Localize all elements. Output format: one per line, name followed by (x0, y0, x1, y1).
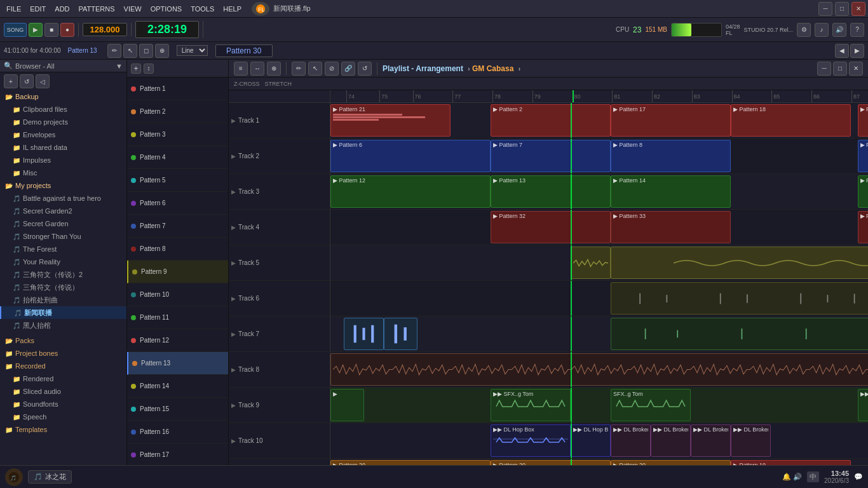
pattern-item-2[interactable]: Pattern 2 (127, 100, 228, 123)
track-name-1[interactable]: ▶ Track 1 (229, 103, 330, 139)
taskbar-fl-app[interactable]: 🎵 冰之花 (28, 470, 72, 484)
pattern-wave-t6[interactable] (611, 282, 868, 315)
pattern-name-display[interactable]: Pattern 30 (215, 44, 273, 57)
playlist-max[interactable]: □ (833, 62, 847, 76)
sidebar-item-demo[interactable]: 📁 Demo projects (0, 116, 126, 128)
menu-view[interactable]: VIEW (120, 4, 146, 14)
playlist-snap[interactable]: ⊘ (325, 62, 339, 76)
erase-tool[interactable]: ◻ (139, 44, 153, 58)
expand-button[interactable]: ▶ (850, 44, 864, 58)
pattern-20-t11-1[interactable]: ▶ Pattern 20 (330, 460, 491, 465)
pattern-item-6[interactable]: Pattern 6 (127, 192, 228, 215)
menu-tools[interactable]: TOOLS (187, 4, 218, 14)
pattern-block-p33-t4[interactable]: ▶ Pattern 33 (611, 211, 731, 243)
pattern-item-11[interactable]: Pattern 11 (127, 306, 228, 329)
pattern-block-p12-t3[interactable]: ▶ Pattern 12 (330, 175, 491, 208)
sort-patterns-button[interactable]: ↕ (144, 64, 154, 74)
pattern-wave-t7-long[interactable] (611, 318, 868, 350)
notification-icon[interactable]: 💬 (854, 473, 863, 481)
minimize-button[interactable]: ─ (818, 2, 832, 16)
sidebar-item-secret-garden2[interactable]: 🎵 Secret Garden2 (0, 205, 126, 217)
zoom-tool[interactable]: ⊕ (155, 44, 169, 58)
audio-button[interactable]: 🔊 (832, 23, 846, 37)
track-name-9[interactable]: ▶ Track 9 (229, 388, 330, 423)
settings-button[interactable]: ⚙ (797, 23, 811, 37)
pattern-item-7[interactable]: Pattern 7 (127, 215, 228, 238)
pattern-block-21[interactable]: ▶ Pattern 21 (330, 104, 451, 137)
sidebar-item-project-bones[interactable]: 📁 Project bones (0, 347, 126, 360)
pattern-scroll[interactable]: Pattern 1 Pattern 2 Pattern 3 Pattern 4 … (127, 78, 228, 465)
pattern-19-t11[interactable]: ▶ Pattern 19 (731, 460, 851, 465)
sidebar-item-forest[interactable]: 🎵 The Forest (0, 243, 126, 255)
pattern-item-15[interactable]: Pattern 15 (127, 398, 228, 421)
collapse-button[interactable]: ◀ (835, 44, 849, 58)
menu-help[interactable]: HELP (219, 4, 245, 14)
menu-edit[interactable]: EDIT (26, 4, 50, 14)
draw-tool[interactable]: ✏ (107, 44, 121, 58)
sidebar-item-impulses[interactable]: 📁 Impulses (0, 154, 126, 166)
track-name-3[interactable]: ▶ Track 3 (229, 174, 330, 210)
pattern-dl-broken-1[interactable]: ▶▶ DL Broken (611, 424, 651, 457)
pattern-block-p35-t2[interactable]: ▶ Pattern 35 (858, 140, 869, 172)
close-button[interactable]: ✕ (851, 2, 865, 16)
bpm-display[interactable]: 128.000 (83, 23, 127, 36)
sidebar-item-your-reality[interactable]: 🎵 Your Reality (0, 255, 126, 268)
record-button[interactable]: ● (60, 23, 74, 37)
start-button[interactable]: 🎵 (5, 468, 23, 486)
pattern-item-4[interactable]: Pattern 4 (127, 146, 228, 169)
sidebar-item-backup[interactable]: 📂 Backup (0, 90, 126, 103)
playlist-tool-3[interactable]: ⊕ (267, 62, 281, 76)
pattern-wave-long-t5[interactable]: ▶ Pattern 39 (611, 247, 868, 279)
pattern-dl-broken-4[interactable]: ▶▶ DL Broken (731, 424, 771, 457)
song-mode-button[interactable]: SONG (4, 23, 27, 37)
track-name-8[interactable]: ▶ Track 8 (229, 352, 330, 388)
pattern-block-2-t1[interactable]: ▶ Pattern 2 (491, 104, 611, 137)
playlist-select[interactable]: ↖ (308, 62, 322, 76)
select-tool[interactable]: ↖ (123, 44, 137, 58)
track-name-7[interactable]: ▶ Track 7 (229, 316, 330, 352)
sidebar-item-triangle2[interactable]: 🎵 三角符文（传说）2 (0, 268, 126, 281)
track-name-2[interactable]: ▶ Track 2 (229, 139, 330, 174)
pattern-item-10[interactable]: Pattern 10 (127, 283, 228, 306)
pattern-item-9[interactable]: Pattern 9 (127, 261, 228, 283)
pattern-block-p14-t3[interactable]: ▶ Pattern 14 (611, 175, 731, 208)
sidebar-item-soundfonts[interactable]: 📁 Soundfonts (0, 398, 126, 410)
pattern-block-17-t1[interactable]: ▶ Pattern 17 (611, 104, 731, 137)
sidebar-item-il-shared[interactable]: 📁 IL shared data (0, 141, 126, 154)
pattern-block-p36-t4[interactable]: ▶ Pattern 36 (858, 211, 869, 243)
pattern-t7-2[interactable] (384, 318, 417, 350)
pattern-20-t11-2[interactable]: ▶ Pattern 20 (491, 460, 611, 465)
pattern-item-3[interactable]: Pattern 3 (127, 123, 228, 146)
menu-patterns[interactable]: PATTERNS (75, 4, 119, 14)
snap-select[interactable]: Line Cell Beat Bar (177, 45, 208, 56)
playlist-loop[interactable]: ↺ (358, 62, 372, 76)
ime-indicator[interactable]: 中 (807, 471, 819, 482)
menu-add[interactable]: ADD (51, 4, 73, 14)
sidebar-item-envelopes[interactable]: 📁 Envelopes (0, 128, 126, 141)
track-name-11[interactable]: ▶ Track 11 (229, 459, 330, 465)
pattern-block-p8-t2[interactable]: ▶ Pattern 8 (611, 140, 731, 172)
sidebar-item-stronger[interactable]: 🎵 Stronger Than You (0, 230, 126, 243)
sidebar-item-recorded[interactable]: 📁 Recorded (0, 360, 126, 372)
pattern-dl-broken-2[interactable]: ▶▶ DL Broken (651, 424, 691, 457)
sidebar-item-black-man[interactable]: 🎵 黑人抬棺 (0, 319, 126, 332)
pattern-dense-t8[interactable] (330, 353, 868, 386)
pattern-dl-hop-1[interactable]: ▶▶ DL Hop Box (491, 424, 571, 457)
track-name-5[interactable]: ▶ Track 5 (229, 245, 330, 281)
pattern-sfx-1-t9[interactable]: ▶▶ SFX..g Tom (491, 389, 571, 421)
add-pattern-button[interactable]: + (131, 64, 141, 74)
playlist-x[interactable]: ✕ (849, 62, 863, 76)
pattern-block-p6-t2[interactable]: ▶ Pattern 6 (330, 140, 491, 172)
pattern-block-p13-t3[interactable]: ▶ Pattern 13 (491, 175, 611, 208)
refresh-button[interactable]: ↺ (20, 74, 34, 88)
pattern-block-p7-t2[interactable]: ▶ Pattern 7 (491, 140, 611, 172)
track-name-4[interactable]: ▶ Track 4 (229, 210, 330, 245)
track-name-10[interactable]: ▶ Track 10 (229, 423, 330, 459)
pattern-item-17[interactable]: Pattern 17 (127, 444, 228, 465)
pattern-item-13[interactable]: Pattern 13 (127, 352, 228, 375)
playlist-tool-2[interactable]: ↔ (250, 62, 264, 76)
pattern-sfx-arrow-t9[interactable]: ▶ (330, 389, 364, 421)
stop-button[interactable]: ■ (44, 23, 58, 37)
pattern-sfx-3-t9[interactable]: ▶▶ SFX..g Tom (858, 389, 869, 421)
midi-button[interactable]: ♪ (815, 23, 829, 37)
